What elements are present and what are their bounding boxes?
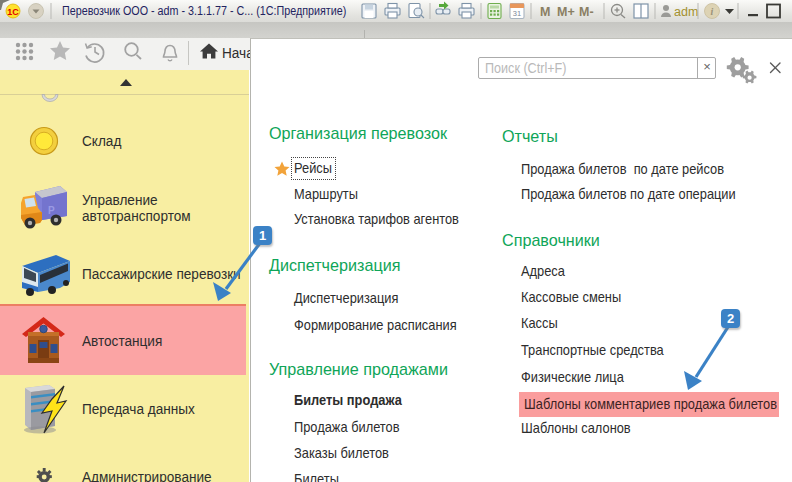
svg-text:М+: М+ [557, 5, 575, 19]
svg-text:Р: Р [48, 205, 55, 216]
svg-text:i: i [711, 6, 714, 17]
svg-text:adm: adm [674, 5, 698, 19]
svg-text:1С: 1С [7, 7, 19, 17]
svg-text:31: 31 [513, 9, 521, 18]
svg-text:М-: М- [579, 5, 594, 19]
svg-text:М: М [540, 5, 550, 19]
